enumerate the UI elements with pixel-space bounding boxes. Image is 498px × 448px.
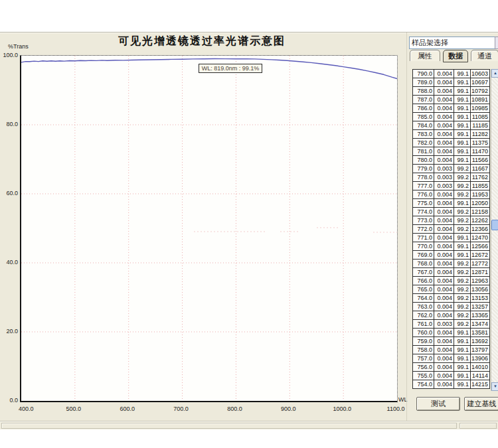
table-cell: 755.0 <box>413 372 434 380</box>
table-cell: 14215 <box>471 380 490 389</box>
table-row[interactable]: 772.00.00499.212366 <box>413 225 490 234</box>
table-row[interactable]: 781.00.00499.111470 <box>413 147 490 156</box>
table-row[interactable]: 775.00.00499.112050 <box>413 199 490 208</box>
test-button[interactable]: 测试 <box>416 397 460 411</box>
table-row[interactable]: 761.00.00399.213474 <box>413 320 490 329</box>
status-segment-left <box>1 423 457 429</box>
table-row[interactable]: 789.00.00499.110697 <box>413 78 490 87</box>
tab-data[interactable]: 数据 <box>443 50 468 62</box>
table-cell: 0.004 <box>434 208 454 216</box>
combo-dropdown-sliver[interactable] <box>495 37 498 49</box>
table-cell: 14010 <box>471 363 490 372</box>
table-row[interactable]: 759.00.00499.113692 <box>413 337 490 346</box>
table-row[interactable]: 756.00.00499.114010 <box>413 363 490 372</box>
table-cell: 0.004 <box>434 285 454 294</box>
table-cell: 99.1 <box>454 139 471 147</box>
tab-properties[interactable]: 属性 <box>410 50 440 61</box>
table-row[interactable]: 768.00.00499.212772 <box>413 260 490 268</box>
chart-title: 可见光增透镜透过率光谱示意图 <box>0 35 404 48</box>
build-baseline-button[interactable]: 建立基线 <box>464 397 498 411</box>
table-cell: 12672 <box>471 251 490 260</box>
scroll-down-icon[interactable]: ▼ <box>491 382 498 391</box>
table-row[interactable]: 757.00.00499.113906 <box>413 354 490 363</box>
table-row[interactable]: 763.00.00499.213257 <box>413 303 490 311</box>
table-cell: 0.004 <box>434 216 454 225</box>
plot-area[interactable] <box>20 55 398 402</box>
x-tick-label: 700.0 <box>173 406 189 412</box>
table-cell: 11282 <box>471 130 490 139</box>
table-cell: 0.004 <box>434 78 454 87</box>
table-cell: 786.0 <box>413 104 434 113</box>
x-tick-label: 1000.0 <box>333 406 351 412</box>
table-row[interactable]: 754.00.00499.114215 <box>413 380 490 389</box>
table-row[interactable]: 780.00.00499.111566 <box>413 156 490 165</box>
table-cell: 0.004 <box>434 372 454 380</box>
table-cell: 0.004 <box>434 225 454 234</box>
table-row[interactable]: 782.00.00499.111375 <box>413 139 490 147</box>
table-row[interactable]: 764.00.00499.213153 <box>413 294 490 303</box>
table-row[interactable]: 790.00.00499.110603 <box>413 70 490 78</box>
tab-channel[interactable]: 通道 <box>471 50 498 61</box>
table-row[interactable]: 755.00.00499.114114 <box>413 372 490 380</box>
table-cell: 11085 <box>471 113 490 121</box>
table-cell: 14114 <box>471 372 490 380</box>
table-cell: 99.2 <box>454 190 471 199</box>
table-cell: 0.004 <box>434 121 454 130</box>
table-row[interactable]: 777.00.00399.211855 <box>413 182 490 190</box>
table-cell: 99.2 <box>454 277 471 285</box>
y-tick-label: 80.0 <box>0 121 18 127</box>
sample-holder-select[interactable]: 样品架选择 <box>409 37 497 49</box>
table-row[interactable]: 765.00.00499.213056 <box>413 285 490 294</box>
scroll-up-icon[interactable]: ▲ <box>491 69 498 78</box>
table-row[interactable]: 783.00.00499.111282 <box>413 130 490 139</box>
table-cell: 13797 <box>471 346 490 354</box>
cursor-readout-tooltip: WL: 819.0nm : 99.1% <box>199 64 263 73</box>
y-tick-label: 0.0 <box>0 397 18 404</box>
table-row[interactable]: 786.00.00499.110985 <box>413 104 490 113</box>
x-tick-label: 900.0 <box>281 406 296 412</box>
table-cell: 775.0 <box>413 199 434 208</box>
table-cell: 764.0 <box>413 294 434 303</box>
table-row[interactable]: 788.00.00499.110792 <box>413 87 490 96</box>
table-cell: 0.004 <box>434 268 454 277</box>
table-row[interactable]: 778.00.00399.211762 <box>413 173 490 182</box>
table-row[interactable]: 785.00.00499.111085 <box>413 113 490 121</box>
table-row[interactable]: 774.00.00499.212158 <box>413 208 490 216</box>
y-tick-label: 100.0 <box>0 52 18 58</box>
table-scrollbar[interactable]: ▲ ▼ <box>491 69 498 391</box>
table-cell: 99.1 <box>454 156 471 165</box>
table-row[interactable]: 776.00.00499.211953 <box>413 190 490 199</box>
table-row[interactable]: 779.00.00399.211667 <box>413 165 490 173</box>
table-cell: 762.0 <box>413 311 434 320</box>
table-cell: 99.1 <box>454 329 471 337</box>
table-row[interactable]: 762.00.00499.213365 <box>413 311 490 320</box>
table-row[interactable]: 784.00.00499.111185 <box>413 121 490 130</box>
table-row[interactable]: 771.00.00499.112470 <box>413 234 490 242</box>
table-row[interactable]: 787.00.00499.110891 <box>413 96 490 104</box>
table-cell: 11185 <box>471 121 490 130</box>
table-cell: 99.2 <box>454 208 471 216</box>
table-cell: 766.0 <box>413 277 434 285</box>
table-cell: 99.1 <box>454 354 471 363</box>
table-cell: 99.1 <box>454 147 471 156</box>
table-row[interactable]: 766.00.00499.212963 <box>413 277 490 285</box>
table-cell: 99.2 <box>454 225 471 234</box>
table-row[interactable]: 769.00.00499.112672 <box>413 251 490 260</box>
table-row[interactable]: 758.00.00499.113797 <box>413 346 490 354</box>
table-cell: 12963 <box>471 277 490 285</box>
table-row[interactable]: 773.00.00499.212262 <box>413 216 490 225</box>
table-row[interactable]: 760.00.00499.113581 <box>413 329 490 337</box>
table-cell: 99.2 <box>454 260 471 268</box>
table-cell: 99.2 <box>454 320 471 329</box>
table-row[interactable]: 767.00.00499.212871 <box>413 268 490 277</box>
status-segment-right <box>459 423 497 429</box>
table-cell: 0.004 <box>434 329 454 337</box>
table-row[interactable]: 770.00.00499.112566 <box>413 242 490 251</box>
table-cell: 0.004 <box>434 113 454 121</box>
scrollbar-thumb[interactable] <box>491 220 498 230</box>
table-cell: 99.1 <box>454 121 471 130</box>
table-cell: 13056 <box>471 285 490 294</box>
table-cell: 785.0 <box>413 113 434 121</box>
data-table: 790.00.00499.110603789.00.00499.11069778… <box>412 69 490 389</box>
table-cell: 99.2 <box>454 182 471 190</box>
